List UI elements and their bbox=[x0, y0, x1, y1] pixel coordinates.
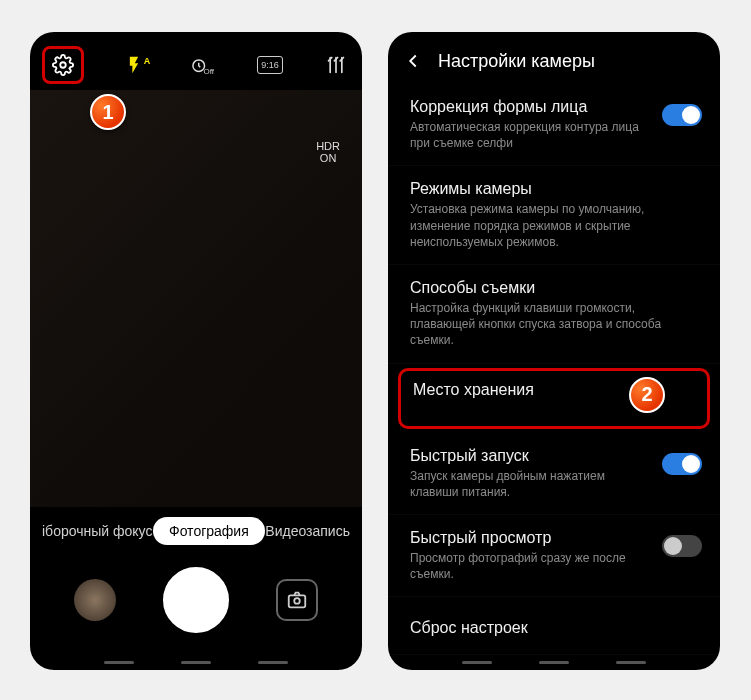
toggle-quick-view[interactable] bbox=[662, 535, 702, 557]
timer-icon[interactable]: Off bbox=[190, 51, 218, 79]
setting-subtitle: Автоматическая коррекция контура лица пр… bbox=[410, 119, 652, 151]
settings-screen: Настройки камеры Коррекция формы лица Ав… bbox=[388, 32, 720, 670]
hdr-label-bottom: ON bbox=[316, 152, 340, 164]
step-marker-1: 1 bbox=[90, 94, 126, 130]
hdr-label-top: HDR bbox=[316, 140, 340, 152]
settings-title: Настройки камеры bbox=[438, 51, 595, 72]
settings-highlight bbox=[42, 46, 84, 84]
setting-subtitle: Просмотр фотографий сразу же после съемк… bbox=[410, 550, 652, 582]
ratio-icon[interactable]: 9:16 bbox=[257, 56, 283, 74]
setting-subtitle: Установка режима камеры по умолчанию, из… bbox=[410, 201, 702, 250]
camera-screen: A Off 9:16 1 HDR ON іборочный фокус Фото… bbox=[30, 32, 362, 670]
nav-recent[interactable] bbox=[462, 661, 492, 664]
setting-title: Сброс настроек bbox=[410, 619, 702, 637]
hdr-indicator[interactable]: HDR ON bbox=[316, 140, 340, 164]
camera-mode-strip[interactable]: іборочный фокус Фотография Видеозапись bbox=[30, 507, 362, 555]
switch-camera-button[interactable] bbox=[276, 579, 318, 621]
setting-camera-modes[interactable]: Режимы камеры Установка режима камеры по… bbox=[388, 166, 720, 265]
nav-back[interactable] bbox=[616, 661, 646, 664]
setting-title: Быстрый просмотр bbox=[410, 529, 652, 547]
setting-title: Режимы камеры bbox=[410, 180, 702, 198]
setting-title: Быстрый запуск bbox=[410, 447, 652, 465]
settings-list[interactable]: Коррекция формы лица Автоматическая корр… bbox=[388, 84, 720, 655]
shutter-button[interactable] bbox=[163, 567, 229, 633]
step-marker-2: 2 bbox=[629, 377, 665, 413]
svg-point-3 bbox=[295, 598, 301, 604]
setting-face-correction[interactable]: Коррекция формы лица Автоматическая корр… bbox=[388, 84, 720, 166]
setting-subtitle: Настройка функций клавиши громкости, пла… bbox=[410, 300, 702, 349]
back-icon[interactable] bbox=[402, 50, 424, 72]
nav-home[interactable] bbox=[181, 661, 211, 664]
setting-subtitle: Запуск камеры двойным нажатием клавиши п… bbox=[410, 468, 652, 500]
filters-icon[interactable] bbox=[322, 51, 350, 79]
camera-topbar: A Off 9:16 bbox=[30, 32, 362, 90]
gallery-thumbnail[interactable] bbox=[74, 579, 116, 621]
system-navbar bbox=[388, 655, 720, 670]
svg-rect-2 bbox=[289, 595, 306, 607]
nav-recent[interactable] bbox=[104, 661, 134, 664]
section-divider bbox=[388, 597, 720, 605]
setting-reset[interactable]: Сброс настроек bbox=[388, 605, 720, 655]
camera-viewfinder bbox=[30, 90, 362, 507]
toggle-face-correction[interactable] bbox=[662, 104, 702, 126]
setting-title: Коррекция формы лица bbox=[410, 98, 652, 116]
setting-storage-location[interactable]: Место хранения Память устройства 2 bbox=[398, 368, 710, 429]
setting-quick-launch[interactable]: Быстрый запуск Запуск камеры двойным наж… bbox=[388, 433, 720, 515]
system-navbar bbox=[30, 655, 362, 670]
mode-video[interactable]: Видеозапись bbox=[265, 523, 350, 539]
setting-shooting-methods[interactable]: Способы съемки Настройка функций клавиши… bbox=[388, 265, 720, 364]
svg-point-0 bbox=[60, 62, 66, 68]
gear-icon[interactable] bbox=[49, 51, 77, 79]
nav-back[interactable] bbox=[258, 661, 288, 664]
settings-header: Настройки камеры bbox=[388, 32, 720, 84]
camera-controls bbox=[30, 555, 362, 655]
mode-selective-focus[interactable]: іборочный фокус bbox=[42, 523, 152, 539]
nav-home[interactable] bbox=[539, 661, 569, 664]
mode-photo-active[interactable]: Фотография bbox=[153, 517, 265, 545]
flash-icon[interactable]: A bbox=[123, 51, 151, 79]
setting-title: Способы съемки bbox=[410, 279, 702, 297]
toggle-quick-launch[interactable] bbox=[662, 453, 702, 475]
setting-quick-view[interactable]: Быстрый просмотр Просмотр фотографий сра… bbox=[388, 515, 720, 597]
